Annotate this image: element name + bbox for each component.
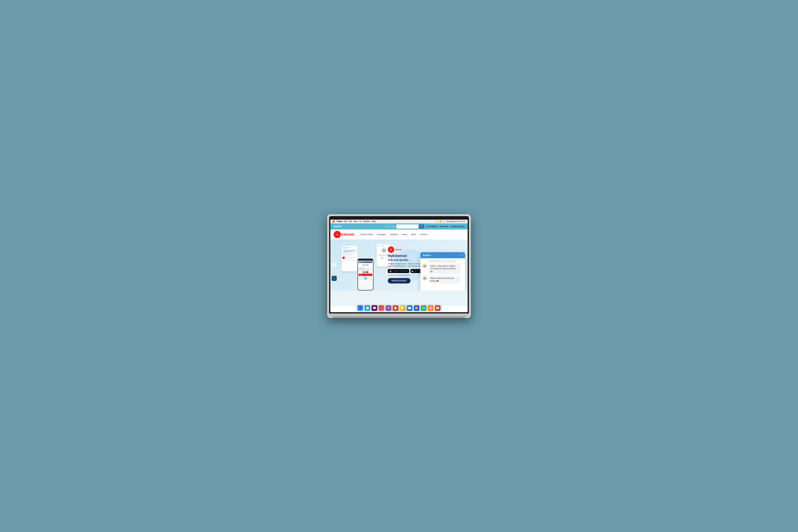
online-indicator [433,255,434,256]
edenred-logo-text-inner: E [337,233,338,235]
chat-message-1: 🤖 Hello! 👋 My name is Sophie, I'm Edenre… [422,264,463,274]
chat-avatar-1: 🤖 [422,264,427,268]
phone-pay-btn: Pay [359,273,372,276]
wifi-icon: 📶 [439,221,442,223]
window-menu[interactable]: Window [363,220,370,223]
chat-message-2: 🤖 Please select the family you belong 😎 [422,276,463,284]
search-input[interactable] [396,225,419,228]
dock-news[interactable]: 📰 [435,305,440,311]
chat-avatar-2: 🤖 [422,276,427,281]
view-menu[interactable]: View [354,220,358,223]
hero-brand-name: denred [395,248,402,251]
customers-link[interactable]: CUSTOMERS [426,226,437,227]
go-menu[interactable]: Go [359,220,362,223]
edenred-logo[interactable]: E Edenred [334,231,354,238]
community-link[interactable]: Commu... [420,233,429,235]
dock-maps[interactable]: 🗺️ [421,305,426,311]
hero-logo-circle: E [388,246,394,253]
macos-menubar: 🍎 Finder File Edit View Go Window Help 🔋… [330,220,468,224]
dock-mail[interactable]: ✉️ [407,305,413,311]
chat-widget: Sophie • − ✕ Virtual Assistant join [420,252,465,290]
shield-badge: 🛡 [331,276,337,281]
facebook-icon[interactable]: f [385,225,386,228]
app-store-badge[interactable]: 🍎 Download on the App Store [388,269,409,273]
youtube-icon[interactable]: ▶ [393,225,394,228]
dock-finder[interactable]: 🔵 [358,305,363,311]
laptop-bottom [329,314,469,316]
online-orders-link[interactable]: Online Orders [360,233,373,235]
hero-edenred-logo: E denred [388,246,461,253]
hero-section: ‹ [330,240,468,290]
edenred-logo-circle: E [334,231,341,238]
top-navigation: GREECE f in ⬡ ▶ 🔍 CUSTOMERS NETWORK [330,224,468,230]
dock-reminders[interactable]: 📋 [393,305,398,311]
phone-notch [363,259,368,260]
chat-bubble-2: Please select the family you belong 😎 [429,276,460,284]
dock-music[interactable]: 🎵 [379,305,384,311]
search-bar[interactable]: 🔍 [396,224,424,229]
dock-slack[interactable]: 💬 [372,305,377,311]
phone-screen: Εdenred 111,14€ Ανεξάρτητο Pa [358,261,373,290]
laptop-shell: 🍎 Finder File Edit View Go Window Help 🔋… [327,214,471,318]
screen: 🍎 Finder File Edit View Go Window Help 🔋… [330,220,468,312]
country-label: GREECE [334,225,342,228]
chat-body: Virtual Assistant joined the conversatio… [420,258,465,290]
chat-bubble-1: Hello! 👋 My name is Sophie, I'm Edenred'… [429,264,460,274]
file-menu[interactable]: File [344,220,347,223]
instagram-icon[interactable]: ⬡ [390,225,392,228]
dock-safari[interactable]: 🧭 [364,305,370,311]
network-link[interactable]: NETWORK [439,226,449,227]
edenred-brand-text: Edenred [341,232,354,236]
chat-options: Employee/Card holder Company Store partn… [420,290,465,290]
main-nav-links: Online Orders Company Solutions News Wor… [360,233,429,235]
cta-button[interactable]: ΠΕΡΙΣΣΟΤΕΡΑ [388,278,411,284]
macos-menu-items: File Edit View Go Window Help [344,220,376,223]
beneficiaries-link[interactable]: BENEFICIARIES [451,226,464,227]
google-play-icon: ▶ [412,270,414,272]
reminders-icon: 📋 [394,306,397,310]
apple-logo-icon[interactable]: 🍎 [332,220,335,223]
macos-statusbar: 🔋 📶 🔍 Thurs Apr. 28 11:15 a.m. [436,221,466,223]
laptop-base [332,316,466,318]
edit-menu[interactable]: Edit [348,220,352,223]
dock-appstore[interactable]: 🅰️ [414,305,419,311]
macos-dock: 🔵 🧭 💬 🎵 🎙️ 📋 [356,304,442,312]
music-icon: 🎵 [380,306,383,310]
phone-main-device: Εdenred 111,14€ Ανεξάρτητο Pa [358,259,374,290]
search-button[interactable]: 🔍 [419,224,424,229]
phone-card-left [342,246,358,271]
slack-icon: 💬 [373,306,376,310]
chat-close-button[interactable]: ✕ [461,254,463,256]
solutions-link[interactable]: Solutions [390,233,398,235]
hero-prev-arrow[interactable]: ‹ [331,263,336,267]
phone-amount: 111,14€ [359,263,372,267]
hero-logo-text: E [391,248,392,251]
linkedin-icon[interactable]: in [387,225,389,228]
social-icons-group: f in ⬡ ▶ [385,225,394,228]
camera-dot [398,217,400,219]
help-menu[interactable]: Help [372,220,376,223]
company-link[interactable]: Company [377,233,386,235]
photos-icon: 🌸 [429,306,432,310]
dock-photos[interactable]: 🌸 [428,305,434,311]
search-icon[interactable]: 🔍 [443,221,445,223]
chat-minimize-button[interactable]: − [458,254,460,256]
finder-menu-item[interactable]: Finder [337,220,343,223]
clock: Thurs Apr. 28 11:15 a.m. [446,221,466,222]
notes-icon: 📝 [401,306,404,310]
chat-header-actions: − ✕ [458,254,463,256]
main-navigation: E Edenred Online Orders Company Solution… [330,230,468,240]
top-nav-links: CUSTOMERS NETWORK BENEFICIARIES [426,226,464,227]
sophie-dot-separator: • [431,254,432,256]
chat-title: Sophie [423,254,430,256]
safari-icon: 🧭 [366,306,369,310]
maps-icon: 🗺️ [422,306,425,310]
work-link[interactable]: Work [411,233,416,235]
dock-podcasts[interactable]: 🎙️ [385,305,391,311]
apple-store-icon: 🍎 [389,270,392,272]
dock-notes[interactable]: 📝 [400,305,405,311]
hero-phones-area: Εdenred 111,14€ Ανεξάρτητο Pa [340,241,394,290]
news-link[interactable]: News [402,233,407,235]
chat-header: Sophie • − ✕ [420,252,465,258]
battery-icon: 🔋 [436,221,438,223]
